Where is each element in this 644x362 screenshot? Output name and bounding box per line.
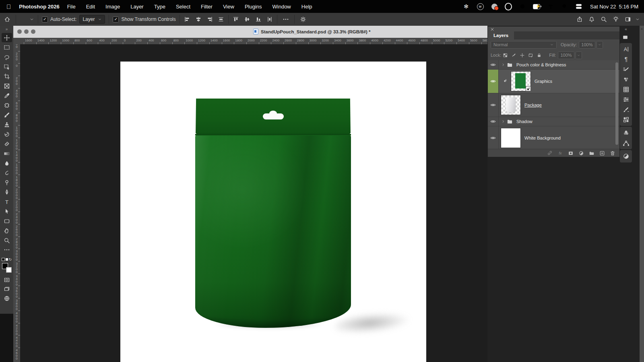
quick-mask-icon[interactable]: [2, 275, 12, 284]
menu-type[interactable]: Type: [149, 4, 171, 10]
auto-select-checkbox[interactable]: ✓: [42, 16, 48, 23]
eyedropper-tool[interactable]: [2, 91, 12, 100]
color-harmony-icon[interactable]: [621, 128, 631, 138]
lock-artboard-icon[interactable]: [528, 53, 533, 58]
disclosure-icon[interactable]: [501, 62, 506, 68]
search-icon[interactable]: [599, 14, 609, 24]
align-bottom-icon[interactable]: [255, 14, 262, 24]
background-color[interactable]: [6, 267, 12, 273]
layer-thumbnail[interactable]: [501, 128, 521, 148]
layer-style-fx-icon[interactable]: fx: [557, 150, 563, 156]
swatches-icon[interactable]: [621, 74, 631, 84]
sphere-icon[interactable]: [2, 294, 12, 303]
align-middle-icon[interactable]: [244, 14, 251, 24]
layer-name[interactable]: Shadow: [516, 119, 533, 124]
lightbulb-icon[interactable]: [611, 14, 621, 24]
layer-row-pouch-color-brightness[interactable]: Pouch color & Brightness: [488, 60, 619, 70]
menu-plugins[interactable]: Plugins: [239, 4, 267, 10]
move-tool-icon[interactable]: [20, 14, 29, 24]
frame-tool[interactable]: [2, 81, 12, 90]
type-tool[interactable]: T: [2, 197, 12, 206]
control-center-icon[interactable]: [575, 3, 582, 10]
eye-icon[interactable]: [488, 70, 499, 93]
menu-edit[interactable]: Edit: [81, 4, 100, 10]
move-tool[interactable]: [2, 33, 12, 42]
chevron-down-icon[interactable]: [635, 16, 640, 23]
menu-view[interactable]: View: [218, 4, 239, 10]
vertical-ruler[interactable]: 4002000200400600800100012001400160018002…: [13, 44, 21, 362]
opacity-scrubber[interactable]: [597, 41, 603, 49]
close-window-button[interactable]: [17, 29, 22, 34]
layer-thumbnail[interactable]: [511, 71, 531, 91]
foreground-background-swatches[interactable]: [2, 263, 12, 273]
eye-icon[interactable]: [488, 117, 499, 126]
brush-settings-icon[interactable]: [621, 64, 631, 74]
layers-scrollbar[interactable]: [615, 62, 618, 145]
new-layer-icon[interactable]: [599, 150, 605, 156]
layer-row-shadow[interactable]: Shadow: [488, 117, 619, 126]
share-icon[interactable]: [575, 14, 584, 24]
toolbar-ellipsis-icon[interactable]: [2, 245, 12, 254]
home-icon[interactable]: [2, 14, 12, 24]
fill-field[interactable]: 100%: [558, 51, 574, 59]
close-panel-icon[interactable]: [490, 27, 495, 31]
document-canvas[interactable]: [120, 62, 426, 362]
eye-icon[interactable]: [488, 60, 499, 69]
align-top-icon[interactable]: [232, 14, 239, 24]
gear-icon[interactable]: [298, 14, 308, 24]
eraser-tool[interactable]: [2, 139, 12, 148]
screen-mode-icon[interactable]: [2, 284, 12, 294]
w-badge-icon[interactable]: w: [477, 3, 484, 10]
menu-file[interactable]: File: [62, 4, 81, 10]
distribute-h-icon[interactable]: [266, 14, 273, 24]
spotlight-icon[interactable]: [561, 3, 568, 10]
adjustments-icon[interactable]: [621, 95, 631, 105]
show-transform-checkbox[interactable]: ✓: [113, 16, 119, 23]
menu-clock[interactable]: Sat Nov 22 5:16 PM: [590, 4, 638, 10]
collapse-dock-icon[interactable]: «: [620, 27, 632, 32]
shape-tool[interactable]: [2, 216, 12, 226]
more-options-icon[interactable]: [281, 14, 291, 24]
eye-icon[interactable]: [488, 93, 499, 117]
delete-layer-icon[interactable]: [609, 150, 615, 156]
layer-row-graphics[interactable]: Graphics: [488, 70, 619, 93]
layer-name[interactable]: Graphics: [535, 79, 552, 84]
add-mask-icon[interactable]: [568, 150, 574, 156]
history-brush-tool[interactable]: [2, 130, 12, 139]
time-machine-icon[interactable]: [519, 3, 526, 10]
lasso-tool[interactable]: [2, 52, 12, 62]
menu-window[interactable]: Window: [267, 4, 296, 10]
onepassword-icon[interactable]: [505, 3, 512, 10]
brushes-icon[interactable]: [621, 105, 631, 115]
align-left-icon[interactable]: [184, 14, 191, 24]
fill-adjust-icon[interactable]: [621, 151, 631, 161]
horizontal-ruler[interactable]: 1600140012001000800600400200020040060080…: [20, 38, 487, 45]
align-justify-icon[interactable]: [217, 14, 225, 24]
paths-icon[interactable]: [621, 138, 631, 148]
align-right-icon[interactable]: [206, 14, 213, 24]
menu-image[interactable]: Image: [100, 4, 125, 10]
crop-tool[interactable]: [2, 72, 12, 81]
layer-name[interactable]: Package: [524, 103, 542, 107]
tab-layers[interactable]: Layers: [488, 31, 514, 39]
layer-name[interactable]: Pouch color & Brightness: [516, 62, 566, 67]
opacity-field[interactable]: 100%: [579, 41, 595, 49]
path-selection-tool[interactable]: [2, 207, 12, 216]
battery-icon[interactable]: ⚡: [533, 3, 540, 10]
collapse-rail-icon[interactable]: «: [640, 27, 644, 31]
dodge-tool[interactable]: [2, 178, 12, 187]
eye-icon[interactable]: [488, 126, 499, 149]
zoom-window-button[interactable]: [31, 29, 35, 34]
pen-tool[interactable]: [2, 187, 12, 197]
spot-healing-tool[interactable]: [2, 101, 12, 110]
clone-stamp-tool[interactable]: [2, 120, 12, 129]
workspace-icon[interactable]: [623, 14, 633, 24]
lock-all-icon[interactable]: [537, 53, 542, 58]
swap-colors-icon[interactable]: ↻: [2, 257, 12, 261]
zoom-tool[interactable]: [2, 236, 12, 245]
chevron-down-icon[interactable]: [29, 16, 34, 23]
disclosure-icon[interactable]: [501, 118, 506, 125]
object-selection-tool[interactable]: [2, 62, 12, 71]
paragraph-panel-icon[interactable]: ¶: [621, 54, 631, 64]
link-layers-icon[interactable]: [547, 150, 553, 156]
